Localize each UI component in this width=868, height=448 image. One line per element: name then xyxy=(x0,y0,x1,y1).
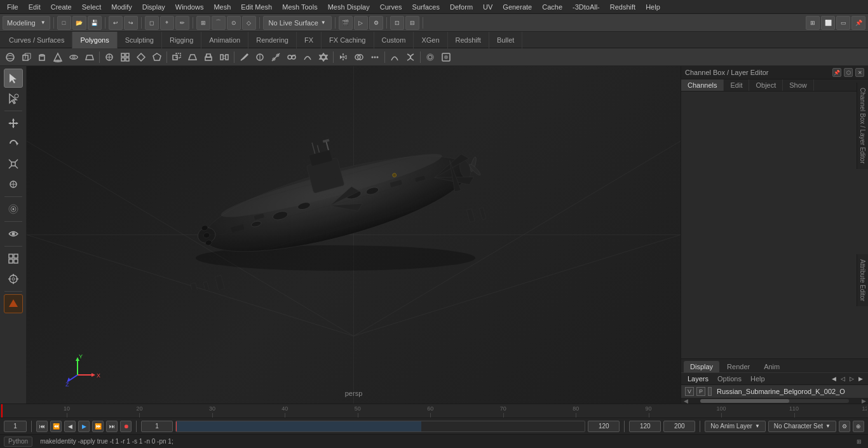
scroll-left-btn[interactable]: ◀ xyxy=(681,398,690,404)
no-character-set-btn[interactable]: No Character Set ▼ xyxy=(768,421,836,432)
menu-edit[interactable]: Edit xyxy=(24,2,45,12)
layer-next-btn[interactable]: ▷ xyxy=(848,375,855,383)
menu-deform[interactable]: Deform xyxy=(445,2,477,12)
tab-xgen[interactable]: XGen xyxy=(414,32,447,48)
ipr-btn[interactable]: ▷ xyxy=(354,16,368,30)
cone-icon-btn[interactable] xyxy=(50,50,65,65)
show-tab[interactable]: Show xyxy=(783,79,814,91)
input-output-btn[interactable]: ⊡ xyxy=(390,16,404,30)
scale-btn[interactable] xyxy=(4,154,23,173)
help-tab-layers[interactable]: Help xyxy=(748,374,768,383)
save-scene-btn[interactable]: 💾 xyxy=(88,16,102,30)
viewport[interactable]: View Shading Lighting Show Renderer Pane… xyxy=(27,66,681,404)
cylinder-icon-btn[interactable] xyxy=(34,50,50,65)
pb-settings-btn[interactable]: ⚙ xyxy=(839,421,850,432)
new-scene-btn[interactable]: □ xyxy=(57,16,71,30)
script-editor-btn[interactable]: ⊞ xyxy=(854,437,864,447)
twist-btn[interactable] xyxy=(403,50,418,65)
combine-btn[interactable] xyxy=(169,50,184,65)
layer-prev-btn[interactable]: ◁ xyxy=(839,375,846,383)
target-weld-btn[interactable] xyxy=(284,50,299,65)
layout-single-btn[interactable]: ⬜ xyxy=(821,16,835,30)
live-surface-btn[interactable]: No Live Surface ▼ xyxy=(263,16,332,30)
layers-tab[interactable]: Layers xyxy=(685,374,711,383)
anim-range-bar[interactable] xyxy=(175,421,585,432)
tab-fx[interactable]: FX xyxy=(297,32,322,48)
timeline[interactable]: 102030405060708090100110120 xyxy=(0,404,868,417)
multi-cut-btn[interactable] xyxy=(268,50,283,65)
menu-select[interactable]: Select xyxy=(78,2,106,12)
menu-windows[interactable]: Windows xyxy=(171,2,208,12)
tab-bullet[interactable]: Bullet xyxy=(489,32,523,48)
shape2-btn[interactable] xyxy=(118,50,133,65)
select-btn[interactable] xyxy=(4,69,23,88)
sphere-icon-btn[interactable] xyxy=(3,50,18,65)
layout-two-btn[interactable]: ▭ xyxy=(836,16,850,30)
layout-pin-btn[interactable]: 📌 xyxy=(851,16,865,30)
layers-scroll-track[interactable] xyxy=(700,399,849,403)
options-tab[interactable]: Options xyxy=(715,374,744,383)
cube-icon-btn[interactable] xyxy=(18,50,34,65)
layer-playback-btn[interactable]: P xyxy=(696,387,705,396)
shape4-btn[interactable] xyxy=(149,50,165,65)
pb-extra-btn[interactable]: ⊕ xyxy=(853,421,864,432)
snap-btn[interactable] xyxy=(4,269,23,288)
menu-3dtoall[interactable]: -3DtoAll- xyxy=(568,2,604,12)
show-hide-btn[interactable] xyxy=(4,224,23,243)
undo-btn[interactable]: ↩ xyxy=(109,16,123,30)
grid-btn[interactable] xyxy=(4,249,23,268)
scroll-right-btn[interactable]: ▶ xyxy=(859,398,868,404)
snap-point-btn[interactable]: ⊙ xyxy=(227,16,241,30)
submarine-model[interactable] xyxy=(151,112,520,290)
play-back-btn[interactable]: ◀ xyxy=(64,421,76,432)
menu-mesh-display[interactable]: Mesh Display xyxy=(323,2,374,12)
snap-grid-btn[interactable]: ⊞ xyxy=(196,16,210,30)
select-tool-btn[interactable]: ◻ xyxy=(145,16,159,30)
go-to-start-btn[interactable]: ⏮ xyxy=(36,421,48,432)
menu-redshift[interactable]: Redshift xyxy=(606,2,640,12)
range-start-input[interactable] xyxy=(141,421,173,432)
step-back-btn[interactable]: ⏪ xyxy=(50,421,62,432)
mirror-btn[interactable] xyxy=(336,50,351,65)
render-btn[interactable]: 🎬 xyxy=(339,16,353,30)
menu-file[interactable]: File xyxy=(3,2,23,12)
step-forward-btn[interactable]: ⏩ xyxy=(92,421,104,432)
menu-edit-mesh[interactable]: Edit Mesh xyxy=(236,2,276,12)
redo-btn[interactable]: ↪ xyxy=(124,16,138,30)
menu-help[interactable]: Help xyxy=(641,2,665,12)
tab-rigging[interactable]: Rigging xyxy=(162,32,201,48)
edge-loop-btn[interactable] xyxy=(252,50,268,65)
mode-selector[interactable]: Modeling ▼ xyxy=(3,16,50,30)
tab-animation[interactable]: Animation xyxy=(201,32,248,48)
menu-cache[interactable]: Cache xyxy=(538,2,567,12)
redshift-btn[interactable] xyxy=(4,294,23,313)
menu-modify[interactable]: Modify xyxy=(107,2,136,12)
move-btn[interactable] xyxy=(4,114,23,133)
tab-custom[interactable]: Custom xyxy=(374,32,414,48)
snap-surface-btn[interactable]: ◇ xyxy=(242,16,256,30)
tab-fx-caching[interactable]: FX Caching xyxy=(322,32,374,48)
paint-tool-btn[interactable]: ✏ xyxy=(175,16,189,30)
panel-pin-btn[interactable]: 📌 xyxy=(832,68,841,77)
python-mode-btn[interactable]: Python xyxy=(4,437,32,447)
isolate-btn[interactable] xyxy=(438,50,454,65)
snap-curve-btn[interactable]: ⌒ xyxy=(212,16,226,30)
panel-close-btn[interactable]: ✕ xyxy=(855,68,864,77)
node-editor-btn[interactable]: ⊟ xyxy=(405,16,419,30)
play-forward-btn[interactable]: ▶ xyxy=(78,421,90,432)
menu-display[interactable]: Display xyxy=(138,2,170,12)
menu-mesh-tools[interactable]: Mesh Tools xyxy=(278,2,322,12)
bend-btn[interactable] xyxy=(387,50,402,65)
menu-uv[interactable]: UV xyxy=(478,2,497,12)
special-shapes-btn[interactable] xyxy=(102,50,117,65)
layers-scroll-thumb[interactable] xyxy=(700,399,789,403)
menu-create[interactable]: Create xyxy=(46,2,76,12)
shape3-btn[interactable] xyxy=(133,50,149,65)
tab-rendering[interactable]: Rendering xyxy=(248,32,297,48)
render-settings-btn[interactable]: ⚙ xyxy=(369,16,383,30)
open-scene-btn[interactable]: 📂 xyxy=(72,16,86,30)
menu-generate[interactable]: Generate xyxy=(498,2,536,12)
anim-end-input[interactable] xyxy=(629,421,661,432)
tab-sculpting[interactable]: Sculpting xyxy=(118,32,162,48)
paint-select-btn[interactable] xyxy=(4,89,23,108)
